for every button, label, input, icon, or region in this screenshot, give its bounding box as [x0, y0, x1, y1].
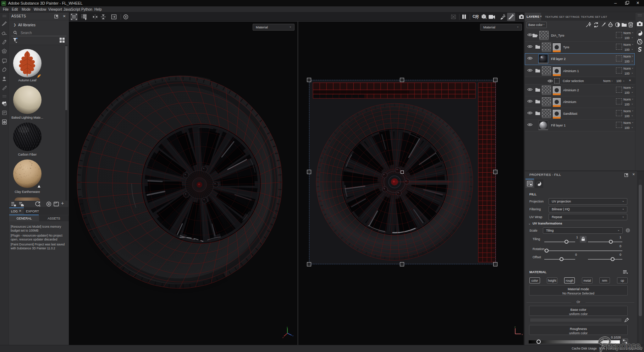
svg-text:x: x: [292, 335, 293, 337]
svg-text:u: u: [522, 333, 523, 335]
svg-text:i: i: [627, 229, 628, 232]
svg-text:z: z: [282, 336, 284, 339]
svg-text:y: y: [514, 326, 516, 328]
svg-text:y: y: [287, 326, 288, 328]
svg-text:esponse.: esponse.: [606, 341, 642, 351]
